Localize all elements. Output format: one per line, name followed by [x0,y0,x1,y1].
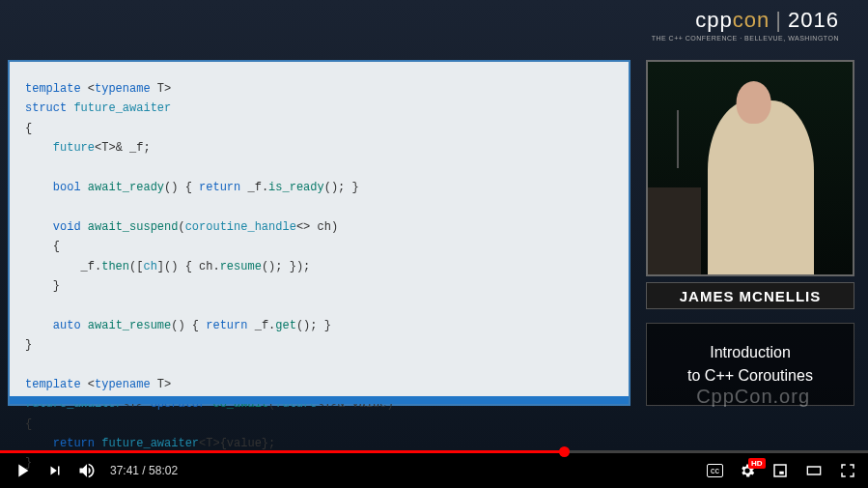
code-line [25,355,613,374]
volume-button[interactable] [77,461,97,480]
time-display: 37:41 / 58:02 [110,464,178,477]
captions-button[interactable]: cc [707,464,723,477]
video-area: cppcon|2016 THE C++ CONFERENCE · BELLEVU… [0,0,868,450]
talk-title-line1: Introduction [710,341,791,364]
code-line [25,197,613,216]
code-line: { [25,119,613,138]
speaker-head [737,81,771,124]
code-line: template <typename T> [25,79,613,99]
duration: 58:02 [149,464,178,477]
microphone-icon [677,110,679,168]
code-line: auto await_resume() { return _f.get(); } [25,316,613,335]
talk-title-line2: to C++ Coroutines [687,364,813,388]
code-line: template <typename T> [25,375,613,394]
code-line [25,296,613,315]
hd-badge: HD [748,458,766,469]
speaker-video [646,60,854,276]
miniplayer-button[interactable] [771,462,789,479]
speaker-name-badge: JAMES MCNELLIS [646,282,854,309]
watermark: CppCon.org [696,386,810,408]
code-line: } [25,335,613,355]
settings-button[interactable]: HD [739,462,756,479]
code-line: } [25,276,613,296]
code-line: { [25,415,613,434]
current-time: 37:41 [110,464,139,477]
slide-footer-bar [10,396,629,404]
code-line: void await_suspend(coroutine_handle<> ch… [25,217,613,237]
fullscreen-button[interactable] [839,462,856,479]
code-line: { [25,237,613,256]
brand-year: 2016 [788,8,839,32]
code-line: struct future_awaiter [25,99,613,118]
brand-sep: | [775,8,782,32]
conference-brand: cppcon|2016 THE C++ CONFERENCE · BELLEVU… [652,8,839,42]
play-button[interactable] [12,460,33,481]
slide-panel: template <typename T>struct future_await… [8,60,630,406]
podium [648,187,701,274]
code-content: template <typename T>struct future_await… [25,79,613,474]
brand-subtitle: THE C++ CONFERENCE · BELLEVUE, WASHINGTO… [652,35,839,42]
next-button[interactable] [46,462,64,479]
cc-icon: cc [707,464,723,477]
theater-button[interactable] [804,463,824,478]
code-line [25,158,613,178]
brand-cpp: cpp [695,8,732,32]
player-controls: 37:41 / 58:02 cc HD [0,453,868,488]
code-line: future<T>& _f; [25,138,613,158]
code-line: bool await_ready() { return _f.is_ready(… [25,178,613,197]
code-line: _f.then([ch]() { ch.resume(); }); [25,257,613,276]
brand-con: con [733,8,770,32]
time-sep: / [139,464,149,477]
speaker-figure [708,100,814,274]
